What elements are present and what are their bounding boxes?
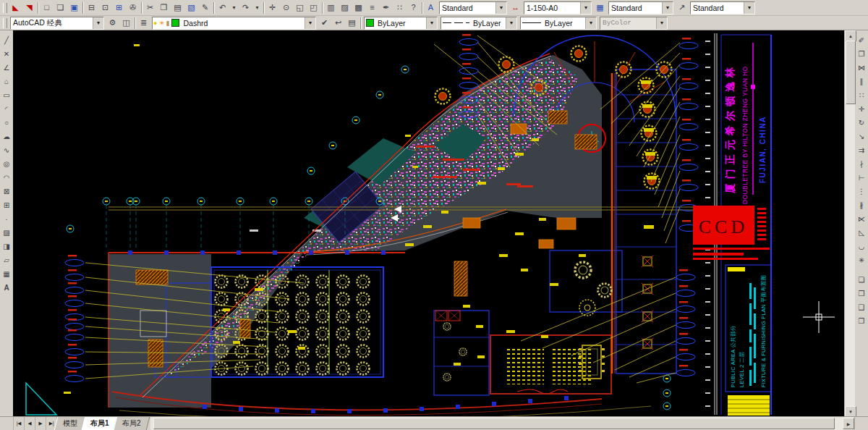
zoom-realtime-icon[interactable]: ⊙ — [279, 1, 293, 14]
drawing-canvas[interactable]: 厦门正元希尔顿逸林 DOUBLETREE BY HILTON ZHENG YUA… — [13, 30, 845, 417]
tab-layout1[interactable]: 布局1 — [82, 417, 118, 430]
plot-preview-icon[interactable]: ⊡ — [98, 1, 112, 14]
tool-palettes-icon[interactable]: ▩ — [352, 1, 365, 14]
revision-cloud-icon[interactable]: ☁ — [1, 130, 13, 143]
point-icon[interactable]: ∙ — [1, 212, 13, 226]
tab-nav-prev-icon[interactable]: ◀ — [25, 417, 35, 430]
mleader-style-select[interactable]: Standard ▾ — [690, 1, 755, 14]
redo-icon[interactable]: ↷ — [239, 1, 252, 14]
move-icon[interactable]: ✛ — [856, 102, 868, 116]
pdf-export-icon[interactable]: ◥ — [22, 1, 36, 14]
cut-icon[interactable]: ✂ — [143, 1, 157, 14]
paste-icon[interactable]: ▤ — [171, 1, 184, 14]
gradient-icon[interactable]: ◨ — [1, 240, 13, 253]
zoom-window-icon[interactable]: ◱ — [293, 1, 307, 14]
fillet-icon[interactable]: ◡ — [856, 240, 868, 253]
circle-icon[interactable]: ○ — [1, 116, 13, 130]
layer-previous-icon[interactable]: ↩ — [331, 17, 345, 29]
chevron-down-icon[interactable]: ▾ — [305, 17, 315, 29]
sheetset-manager-icon[interactable]: ≡ — [365, 1, 379, 14]
3ddwf-icon[interactable]: ✇ — [126, 1, 140, 14]
horizontal-scrollbar[interactable]: ▶ — [150, 417, 854, 430]
pan-icon[interactable]: ✛ — [265, 1, 279, 14]
dim-style-icon[interactable]: ↔ — [509, 1, 522, 14]
workspace-toggle-icon[interactable]: ◫ — [119, 17, 133, 29]
chevron-down-icon[interactable]: ▾ — [580, 2, 591, 14]
break-icon[interactable]: ∦ — [856, 198, 868, 212]
ellipse-icon[interactable]: ◎ — [1, 157, 13, 171]
vertical-scrollbar[interactable]: ▲ ▼ — [844, 30, 855, 417]
workspace-settings-icon[interactable]: ⚙ — [106, 17, 119, 29]
layer-select[interactable]: ● ☀ ▮ Dashrd ▾ — [152, 17, 316, 30]
arc-icon[interactable]: ◜ — [1, 102, 13, 116]
copy-object-icon[interactable]: ❐ — [856, 47, 868, 61]
stretch-icon[interactable]: ⇉ — [856, 143, 868, 157]
dim-style-select[interactable]: 1-150-A0 ▾ — [524, 1, 592, 14]
join-icon[interactable]: ⋉ — [856, 212, 868, 226]
properties-palette-icon[interactable]: ▥ — [324, 1, 338, 14]
hatch-icon[interactable]: ▨ — [1, 226, 13, 240]
bring-above-icon[interactable]: ❑ — [856, 300, 868, 314]
publish-icon[interactable]: ⊞ — [112, 1, 126, 14]
block-editor-icon[interactable]: ✎ — [198, 1, 212, 14]
vertical-scroll-thumb[interactable] — [846, 41, 856, 104]
explode-icon[interactable]: ✳ — [856, 253, 868, 267]
chevron-down-icon[interactable]: ▾ — [93, 17, 103, 29]
plot-icon[interactable]: ⊟ — [85, 1, 98, 14]
undo-icon[interactable]: ↶ — [216, 1, 229, 14]
layer-lock-icon[interactable]: ▮ — [166, 20, 170, 27]
open-file-icon[interactable]: ❏ — [54, 1, 67, 14]
text-style-select[interactable]: Standard ▾ — [439, 1, 507, 14]
workspace-select[interactable]: AutoCAD 经典 ▾ — [10, 17, 104, 30]
table-icon[interactable]: ▦ — [1, 267, 13, 281]
chevron-down-icon[interactable]: ▾ — [744, 2, 754, 14]
table-style-select[interactable]: Standard ▾ — [608, 1, 673, 14]
redo-dropdown-icon[interactable]: ▾ — [252, 1, 262, 14]
erase-icon[interactable]: ✐ — [856, 33, 868, 47]
rectangle-icon[interactable]: ▭ — [1, 88, 13, 102]
spline-icon[interactable]: ∿ — [1, 143, 13, 157]
layer-freeze-sun-icon[interactable]: ☀ — [158, 20, 164, 27]
chevron-down-icon[interactable]: ▾ — [662, 2, 673, 14]
toolbar-grip[interactable] — [3, 3, 7, 13]
tab-nav-first-icon[interactable]: |◀ — [14, 417, 25, 430]
markup-manager-icon[interactable]: ✒ — [379, 1, 393, 14]
text-style-icon[interactable]: A — [424, 1, 438, 14]
scroll-up-icon[interactable]: ▲ — [845, 30, 856, 41]
polygon-icon[interactable]: ⌂ — [1, 75, 13, 88]
chamfer-icon[interactable]: ◺ — [856, 226, 868, 240]
construction-line-icon[interactable]: ✕ — [1, 47, 13, 61]
layer-states-icon[interactable]: ▤ — [345, 17, 359, 29]
tab-layout2[interactable]: 布局2 — [113, 417, 149, 430]
layer-properties-icon[interactable]: ≣ — [137, 17, 150, 29]
mleader-style-icon[interactable]: ↗ — [675, 1, 689, 14]
quickcalc-icon[interactable]: ∷ — [393, 1, 407, 14]
chevron-down-icon[interactable]: ▾ — [585, 17, 596, 29]
lineweight-select[interactable]: ByLayer ▾ — [520, 17, 597, 30]
scroll-down-icon[interactable]: ▼ — [845, 406, 856, 417]
new-file-icon[interactable]: □ — [40, 1, 54, 14]
mtext-icon[interactable]: A — [1, 281, 13, 295]
horizontal-scroll-thumb[interactable] — [153, 418, 835, 429]
array-icon[interactable]: ∷ — [856, 88, 868, 102]
bring-to-front-icon[interactable]: ❏ — [856, 273, 868, 287]
help-icon[interactable]: ? — [407, 1, 420, 14]
offset-icon[interactable]: ∥ — [856, 75, 868, 88]
color-select[interactable]: ByLayer ▾ — [364, 17, 438, 30]
chevron-down-icon[interactable]: ▾ — [506, 17, 516, 29]
pdf-import-icon[interactable]: ◣ — [9, 1, 22, 14]
make-block-icon[interactable]: ⊞ — [1, 198, 13, 212]
make-object-layer-current-icon[interactable]: ✔ — [318, 17, 331, 29]
linetype-select[interactable]: ByLayer ▾ — [441, 17, 517, 30]
match-properties-icon[interactable]: ▧ — [184, 1, 198, 14]
scale-icon[interactable]: ↘ — [856, 130, 868, 143]
send-under-icon[interactable]: ❒ — [856, 314, 868, 328]
undo-dropdown-icon[interactable]: ▾ — [229, 1, 239, 14]
scroll-right-icon[interactable]: ▶ — [843, 418, 854, 429]
send-to-back-icon[interactable]: ❐ — [856, 287, 868, 300]
table-style-icon[interactable]: ▦ — [593, 1, 607, 14]
trim-icon[interactable]: ∤ — [856, 157, 868, 171]
tab-nav-next-icon[interactable]: ▶ — [35, 417, 46, 430]
line-icon[interactable]: ╱ — [1, 33, 13, 47]
insert-block-icon[interactable]: ⊠ — [1, 185, 13, 198]
